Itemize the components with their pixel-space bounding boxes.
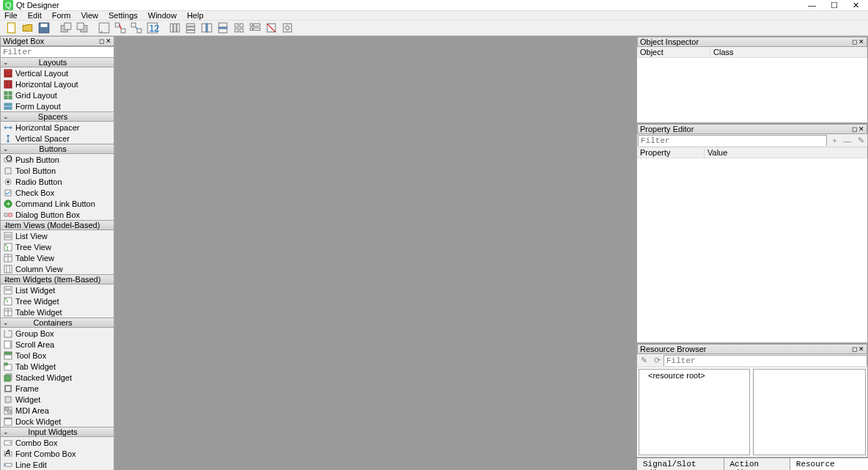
dock-close-icon[interactable]: ✕ [858, 345, 864, 353]
widget-treew[interactable]: Tree Widget [1, 295, 114, 306]
minimize-button[interactable]: — [808, 1, 816, 10]
svg-rect-19 [177, 23, 179, 32]
property-filter-input[interactable] [639, 136, 826, 146]
category-input-widgets[interactable]: ⌄Input Widgets [1, 427, 114, 437]
widget-vlayout[interactable]: Vertical Layout [1, 67, 114, 78]
menu-form[interactable]: Form [52, 11, 71, 20]
widget-treev[interactable]: Tree View [1, 241, 114, 252]
col-value[interactable]: Value [705, 147, 867, 158]
object-tree[interactable] [637, 58, 867, 122]
save-icon[interactable] [37, 21, 51, 35]
category-spacers[interactable]: ⌄Spacers [1, 111, 114, 122]
close-button[interactable]: ✕ [853, 1, 859, 10]
col-object[interactable]: Object [637, 47, 710, 57]
property-list[interactable] [637, 158, 867, 342]
widget-dock[interactable]: Dock Widget [1, 416, 114, 427]
bring-front-icon[interactable] [75, 21, 89, 35]
dock-close-icon[interactable]: ✕ [858, 38, 864, 45]
svg-rect-8 [77, 23, 84, 29]
resource-tree[interactable]: <resource root> [639, 369, 750, 455]
menu-file[interactable]: File [4, 11, 18, 20]
design-canvas[interactable] [115, 36, 636, 470]
add-property-icon[interactable]: ＋ [828, 134, 841, 147]
edit-buddies-icon[interactable] [129, 21, 144, 35]
widget-grid[interactable]: Grid Layout [1, 89, 114, 100]
adjust-size-icon[interactable] [280, 21, 295, 35]
dock-float-icon[interactable]: ◻ [852, 345, 857, 353]
resource-filter-input[interactable] [664, 356, 867, 366]
widget-tablew[interactable]: Table Widget [1, 306, 114, 317]
open-icon[interactable] [21, 21, 35, 35]
widget-tablev[interactable]: Table View [1, 252, 114, 263]
category-item-views-model-based-[interactable]: ⌄Item Views (Model-Based) [1, 220, 114, 230]
resource-root[interactable]: <resource root> [639, 370, 749, 381]
menu-view[interactable]: View [81, 11, 98, 20]
widget-frame[interactable]: Frame [1, 383, 114, 394]
widget-tabw[interactable]: Tab Widget [1, 361, 114, 372]
category-layouts[interactable]: ⌄Layouts [1, 57, 114, 67]
resource-preview[interactable] [753, 369, 866, 455]
dock-close-icon[interactable]: ✕ [106, 37, 111, 45]
tab-action-editor[interactable]: Action Editor [724, 458, 790, 470]
maximize-button[interactable]: ☐ [831, 1, 838, 10]
widget-radio[interactable]: Radio Button [1, 176, 114, 187]
dock-float-icon[interactable]: ◻ [852, 38, 857, 45]
edit-widgets-icon[interactable] [97, 21, 111, 35]
remove-property-icon[interactable]: — [841, 134, 854, 147]
widget-hspacer[interactable]: Horizontal Spacer [1, 122, 114, 133]
menu-window[interactable]: Window [148, 11, 177, 20]
widget-form[interactable]: Form Layout [1, 100, 114, 111]
widget-groupbox[interactable]: Group Box [1, 328, 114, 339]
dock-close-icon[interactable]: ✕ [858, 125, 864, 133]
widget-mdi[interactable]: MDI Area [1, 405, 114, 416]
svg-rect-23 [202, 23, 206, 32]
widget-colv[interactable]: Column View [1, 263, 114, 274]
svg-point-82 [7, 301, 8, 302]
col-class[interactable]: Class [710, 47, 867, 57]
svg-rect-13 [131, 23, 136, 27]
category-containers[interactable]: ⌄Containers [1, 317, 114, 328]
edit-resource-icon[interactable]: ✎ [637, 354, 650, 367]
widget-dlgbtn[interactable]: Dialog Button Box [1, 209, 114, 220]
menu-edit[interactable]: Edit [28, 11, 42, 20]
widget-push[interactable]: OKPush Button [1, 154, 114, 165]
widget-listv[interactable]: List View [1, 230, 114, 241]
edit-signals-icon[interactable] [113, 21, 128, 35]
settings-icon[interactable]: ✎ [854, 134, 867, 147]
dock-float-icon[interactable]: ◻ [852, 125, 857, 133]
layout-vsplit-icon[interactable] [216, 21, 230, 35]
widget-tool[interactable]: Tool Button [1, 165, 114, 176]
category-buttons[interactable]: ⌄Buttons [1, 144, 114, 154]
widget-widget[interactable]: Widget [1, 394, 114, 405]
widget-toolbox[interactable]: Tool Box [1, 350, 114, 361]
layout-hsplit-icon[interactable] [199, 21, 214, 35]
layout-v-icon[interactable] [183, 21, 198, 35]
menu-settings[interactable]: Settings [108, 11, 138, 20]
dock-float-icon[interactable]: ◻ [99, 37, 104, 45]
widget-fontcombo[interactable]: AFont Combo Box [1, 448, 114, 459]
break-layout-icon[interactable] [264, 21, 279, 35]
widget-hlayout[interactable]: Horizontal Layout [1, 78, 114, 89]
menu-help[interactable]: Help [187, 11, 204, 20]
widget-cmdlink[interactable]: Command Link Button [1, 198, 114, 209]
col-property[interactable]: Property [637, 147, 705, 158]
widget-lineedit[interactable]: Line Edit [1, 459, 114, 470]
widget-stacked[interactable]: Stacked Widget [1, 372, 114, 383]
reload-icon[interactable]: ⟳ [650, 354, 663, 367]
category-item-widgets-item-based-[interactable]: ⌄Item Widgets (Item-Based) [1, 274, 114, 284]
tab-signal-slot[interactable]: Signal/Slot Editor [636, 458, 723, 470]
new-icon[interactable] [4, 21, 19, 35]
svg-rect-91 [4, 355, 12, 359]
widget-combo[interactable]: Combo Box [1, 437, 114, 448]
layout-form-icon[interactable] [248, 21, 262, 35]
layout-h-icon[interactable] [167, 21, 182, 35]
widget-scroll[interactable]: Scroll Area [1, 339, 114, 350]
widget-filter-input[interactable] [1, 48, 114, 57]
layout-grid-icon[interactable] [232, 21, 246, 35]
widget-check[interactable]: Check Box [1, 187, 114, 198]
send-back-icon[interactable] [59, 21, 73, 35]
widget-vspacer[interactable]: Vertical Spacer [1, 133, 114, 144]
widget-listw[interactable]: List Widget [1, 284, 114, 295]
edit-taborder-icon[interactable]: 12 [145, 21, 160, 35]
tab-resource-browser[interactable]: Resource Browser [790, 458, 868, 470]
